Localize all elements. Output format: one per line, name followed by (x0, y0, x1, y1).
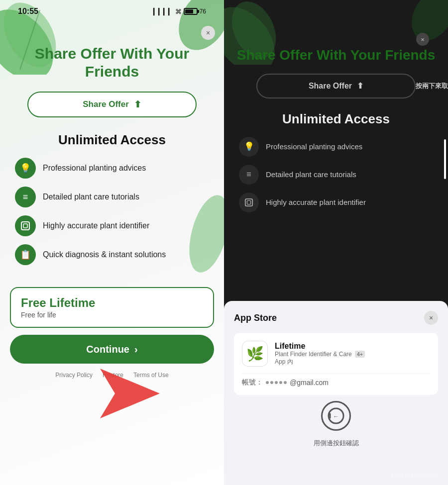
app-rating-badge: 4+ (355, 351, 365, 358)
feature-text-1: Professional planting advices (43, 164, 146, 173)
svg-rect-11 (245, 198, 252, 205)
left-panel: 10:55 ▎▎▎▎ ⌘ 76 × Share Offer With Your … (0, 0, 224, 485)
account-dots (266, 381, 287, 384)
tooltip-text: 按兩下來取得 (416, 82, 448, 91)
status-bar-left: 10:55 ▎▎▎▎ ⌘ 76 (10, 0, 214, 20)
modal-close-button[interactable]: × (424, 311, 438, 325)
feature-icon-1: 💡 (15, 158, 36, 179)
modal-bottom-text: 用側邊按鈕確認 (234, 439, 438, 448)
feature-item-4: 📋 Quick diagnosis & instant solutions (15, 244, 209, 265)
modal-app-row: 🌿 Lifetime Plant Finder Identifier & Car… (242, 341, 430, 367)
share-offer-button-left[interactable]: Share Offer ⬆ (27, 92, 197, 117)
share-icon: ⬆ (134, 99, 141, 110)
feature-item-1: 💡 Professional planting advices (15, 158, 209, 179)
svg-rect-5 (21, 222, 29, 230)
share-title-right: Share Offer With Your Friends (237, 22, 436, 64)
modal-header: App Store × (234, 311, 438, 325)
modal-title: App Store (234, 313, 277, 323)
feature-text-3: Highly accurate plant identifier (43, 221, 149, 230)
signal-icon: ▎▎▎▎ (153, 8, 173, 15)
feature-item-right-3: Highly accurate plant identifier (239, 193, 433, 212)
feature-item-2: ≡ Detailed plant care tutorials (15, 187, 209, 207)
features-list-left: 💡 Professional planting advices ≡ Detail… (10, 158, 214, 265)
app-name: Lifetime (275, 342, 365, 351)
continue-button[interactable]: Continue › (10, 335, 214, 364)
scroll-bar (444, 139, 446, 179)
svg-marker-7 (100, 369, 160, 418)
svg-rect-6 (23, 224, 27, 228)
feature-text-right-2: Detailed plant care tutorials (266, 170, 356, 179)
svg-text:←: ← (333, 413, 339, 420)
left-main-content: Share Offer With Your Friends Share Offe… (10, 20, 214, 379)
watermark: MRMAD.com.tw (391, 472, 438, 479)
feature-icon-right-1: 💡 (239, 137, 259, 157)
free-lifetime-title: Free Lifetime (21, 296, 203, 310)
close-button-left[interactable]: × (201, 26, 215, 40)
app-info: Lifetime Plant Finder Identifier & Care … (275, 342, 365, 366)
continue-arrow-icon: › (134, 344, 138, 355)
privacy-policy-link[interactable]: Privacy Policy (55, 372, 93, 379)
right-main-content: × Share Offer With Your Friends Share Of… (224, 0, 448, 212)
modal-app-card: 🌿 Lifetime Plant Finder Identifier & Car… (234, 333, 438, 395)
feature-icon-2: ≡ (15, 187, 36, 207)
free-lifetime-box: Free Lifetime Free for life (10, 287, 214, 328)
feature-item-right-2: ≡ Detailed plant care tutorials (239, 165, 433, 185)
feature-text-right-1: Professional planting advices (266, 142, 362, 151)
appstore-modal: App Store × 🌿 Lifetime Plant Finder Iden… (224, 301, 448, 485)
feature-item-right-1: 💡 Professional planting advices (239, 137, 433, 157)
free-lifetime-sub: Free for life (21, 311, 203, 319)
feature-icon-4: 📋 (15, 244, 36, 265)
app-type: App 內 (275, 358, 365, 366)
wifi-icon: ⌘ (175, 8, 182, 15)
share-offer-button-right[interactable]: Share Offer ⬆ 按兩下來取得 (256, 74, 416, 98)
share-title-left: Share Offer With Your Friends (10, 45, 214, 81)
close-button-right[interactable]: × (416, 33, 429, 46)
feature-text-2: Detailed plant care tutorials (43, 193, 139, 201)
red-arrow (100, 369, 160, 420)
feature-item-3: Highly accurate plant identifier (15, 215, 209, 236)
app-icon: 🌿 (242, 341, 268, 367)
svg-rect-12 (247, 200, 250, 204)
battery-percent-left: 76 (200, 8, 206, 15)
unlimited-title-right: Unlimited Access (282, 111, 390, 127)
feature-icon-right-2: ≡ (239, 165, 259, 185)
feature-icon-right-3 (239, 193, 259, 212)
right-panel: × Share Offer With Your Friends Share Of… (224, 0, 448, 485)
feature-text-4: Quick diagnosis & instant solutions (43, 250, 166, 259)
feature-text-right-3: Highly accurate plant identifier (266, 198, 366, 206)
app-subtitle: Plant Finder Identifier & Care 4+ (275, 351, 365, 358)
features-list-right: 💡 Professional planting advices ≡ Detail… (234, 137, 438, 212)
status-icons-left: ▎▎▎▎ ⌘ 76 (153, 8, 206, 15)
side-button-icon: ← (321, 401, 351, 431)
modal-account-row: 帳號： @gmail.com (242, 374, 430, 387)
share-icon-dark: ⬆ (357, 81, 363, 91)
status-time-left: 10:55 (18, 7, 38, 16)
unlimited-title-left: Unlimited Access (58, 132, 166, 148)
battery-icon-left (184, 8, 198, 15)
feature-icon-3 (15, 215, 36, 236)
